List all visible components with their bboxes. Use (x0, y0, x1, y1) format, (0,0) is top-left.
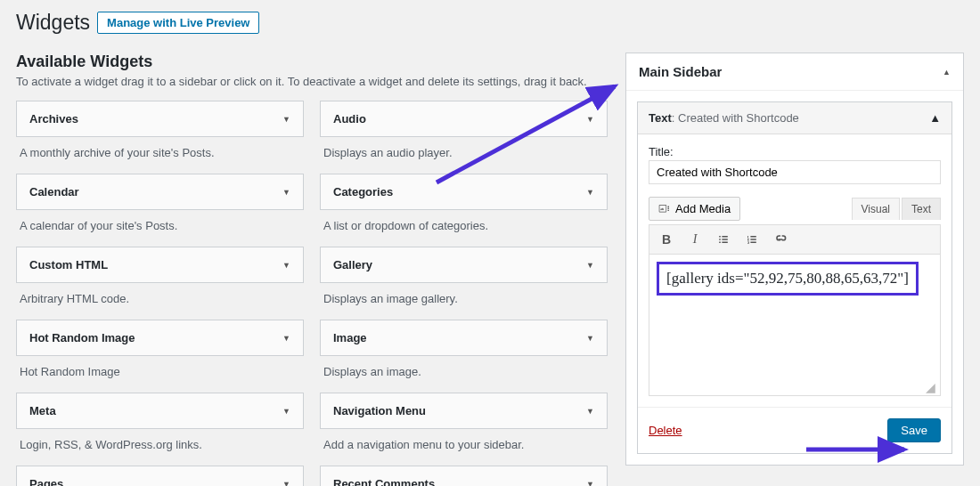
widget-description: Displays an image. (320, 356, 608, 391)
media-icon (658, 203, 671, 215)
chevron-down-icon: ▼ (586, 115, 594, 124)
available-widget-header[interactable]: Categories▼ (320, 174, 608, 210)
title-input[interactable] (649, 160, 941, 184)
save-button[interactable]: Save (887, 418, 941, 442)
manage-live-preview-button[interactable]: Manage with Live Preview (97, 12, 259, 34)
widget-item-header[interactable]: Text: Created with Shortcode ▲ (638, 102, 951, 134)
chevron-up-icon: ▲ (943, 68, 951, 77)
widget-description: A monthly archive of your site's Posts. (16, 137, 304, 172)
resize-handle-icon[interactable]: ◢ (926, 381, 938, 393)
tab-text[interactable]: Text (902, 198, 941, 220)
available-widget-header[interactable]: Pages▼ (16, 466, 304, 486)
widget-item: Text: Created with Shortcode ▲ Title: Ad… (637, 101, 952, 454)
widget-name: Custom HTML (29, 258, 108, 271)
chevron-down-icon: ▼ (586, 480, 594, 487)
widget-title-label: : Created with Shortcode (672, 111, 799, 125)
available-widget-header[interactable]: Meta▼ (16, 393, 304, 429)
widget-description: Displays an image gallery. (320, 283, 608, 318)
available-widgets-panel: Available Widgets To activate a widget d… (16, 53, 608, 486)
available-widget-header[interactable]: Navigation Menu▼ (320, 393, 608, 429)
sidebar-header[interactable]: Main Sidebar ▲ (626, 53, 963, 91)
widget-name: Archives (29, 112, 78, 126)
available-widget-header[interactable]: Hot Random Image▼ (16, 320, 304, 356)
widget-description: A list or dropdown of categories. (320, 210, 608, 245)
widget-description: Arbitrary HTML code. (16, 283, 304, 318)
chevron-down-icon: ▼ (282, 188, 290, 197)
page-title: Widgets (16, 11, 90, 35)
chevron-down-icon: ▼ (586, 407, 594, 416)
title-field-label: Title: (649, 145, 941, 158)
add-media-label: Add Media (675, 202, 731, 215)
bold-button[interactable]: B (657, 230, 676, 249)
ordered-list-button[interactable] (742, 230, 762, 249)
available-widget-header[interactable]: Custom HTML▼ (16, 247, 304, 283)
widget-name: Calendar (29, 185, 79, 198)
widget-name: Meta (29, 404, 56, 417)
widget-name: Categories (333, 185, 393, 198)
available-widget-header[interactable]: Audio▼ (320, 101, 608, 137)
widget-name: Image (333, 331, 367, 344)
available-widget-header[interactable]: Archives▼ (16, 101, 304, 137)
available-widget-header[interactable]: Image▼ (320, 320, 608, 356)
sidebar-area: Main Sidebar ▲ Text: Created with Shortc… (625, 53, 964, 466)
add-media-button[interactable]: Add Media (649, 197, 740, 221)
chevron-down-icon: ▼ (282, 407, 290, 416)
editor-textarea[interactable]: [gallery ids="52,92,75,80,88,65,63,72"] … (649, 254, 941, 396)
widget-name: Hot Random Image (29, 331, 135, 344)
chevron-down-icon: ▼ (586, 188, 594, 197)
chevron-down-icon: ▼ (282, 334, 290, 343)
chevron-up-icon: ▲ (929, 111, 941, 125)
editor-toolbar: B I (649, 224, 941, 254)
chevron-down-icon: ▼ (282, 115, 290, 124)
chevron-down-icon: ▼ (282, 261, 290, 270)
widget-description: A calendar of your site's Posts. (16, 210, 304, 245)
available-widgets-desc: To activate a widget drag it to a sideba… (16, 75, 608, 88)
widget-description: Displays an audio player. (320, 137, 608, 172)
sidebar-title: Main Sidebar (639, 64, 722, 79)
available-widgets-title: Available Widgets (16, 53, 608, 71)
chevron-down-icon: ▼ (586, 261, 594, 270)
widget-name: Audio (333, 112, 366, 126)
tab-visual[interactable]: Visual (852, 198, 900, 220)
widget-description: Hot Random Image (16, 356, 304, 391)
chevron-down-icon: ▼ (586, 334, 594, 343)
widget-name: Gallery (333, 258, 372, 271)
widget-name: Recent Comments (333, 477, 435, 486)
widget-name: Pages (29, 477, 63, 486)
unordered-list-button[interactable] (714, 230, 733, 249)
available-widget-header[interactable]: Gallery▼ (320, 247, 608, 283)
available-widget-header[interactable]: Calendar▼ (16, 174, 304, 210)
shortcode-content: [gallery ids="52,92,75,80,88,65,63,72"] (657, 262, 919, 296)
widget-name: Navigation Menu (333, 404, 426, 417)
widget-description: Add a navigation menu to your sidebar. (320, 429, 608, 464)
italic-button[interactable]: I (685, 230, 705, 249)
chevron-down-icon: ▼ (282, 480, 290, 487)
link-button[interactable] (771, 230, 790, 249)
delete-link[interactable]: Delete (649, 424, 682, 437)
widget-description: Login, RSS, & WordPress.org links. (16, 429, 304, 464)
widget-type-label: Text (649, 111, 672, 125)
available-widget-header[interactable]: Recent Comments▼ (320, 466, 608, 486)
